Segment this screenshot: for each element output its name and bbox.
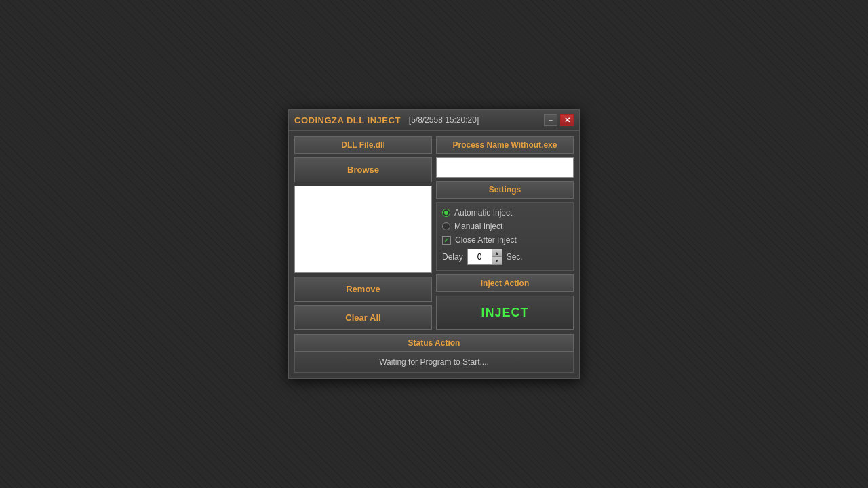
delay-input[interactable]	[468, 249, 492, 264]
remove-button[interactable]: Remove	[294, 277, 432, 302]
process-header: Process Name Without.exe	[436, 136, 574, 154]
title-controls: − ✕	[544, 114, 574, 126]
manual-inject-radio[interactable]	[442, 222, 450, 230]
status-header: Status Action	[294, 334, 574, 352]
delay-unit-label: Sec.	[507, 252, 523, 262]
right-panel: Process Name Without.exe Settings Automa…	[436, 136, 574, 330]
close-button[interactable]: ✕	[560, 114, 574, 126]
title-bar: CODINGZA DLL INJECT [5/8/2558 15:20:20] …	[289, 110, 579, 131]
delay-label: Delay	[442, 252, 463, 262]
close-after-inject-row[interactable]: ✓ Close After Inject	[442, 235, 568, 245]
window-body: DLL File.dll Browse Remove Clear All Pro…	[289, 131, 579, 378]
inject-action-header: Inject Action	[436, 274, 574, 292]
auto-inject-radio[interactable]	[442, 209, 450, 217]
inject-action-section: Inject Action INJECT	[436, 274, 574, 330]
delay-input-wrapper: ▲ ▼	[467, 249, 502, 265]
left-panel: DLL File.dll Browse Remove Clear All	[294, 136, 432, 330]
dll-list-area[interactable]	[294, 186, 432, 273]
settings-box: Automatic Inject Manual Inject ✓ Close A…	[436, 202, 574, 271]
manual-inject-row[interactable]: Manual Inject	[442, 222, 568, 231]
main-content: DLL File.dll Browse Remove Clear All Pro…	[294, 136, 574, 330]
auto-inject-label: Automatic Inject	[454, 208, 512, 218]
checkmark-icon: ✓	[443, 237, 450, 244]
browse-button[interactable]: Browse	[294, 157, 432, 182]
delay-increment-button[interactable]: ▲	[492, 249, 502, 257]
inject-button[interactable]: INJECT	[436, 296, 574, 330]
manual-inject-label: Manual Inject	[454, 222, 502, 231]
clear-all-button[interactable]: Clear All	[294, 305, 432, 330]
settings-header: Settings	[436, 181, 574, 199]
delay-row: Delay ▲ ▼ Sec.	[442, 249, 568, 265]
dll-header: DLL File.dll	[294, 136, 432, 154]
status-section: Status Action Waiting for Program to Sta…	[294, 334, 574, 373]
status-message: Waiting for Program to Start....	[294, 352, 574, 373]
delay-decrement-button[interactable]: ▼	[492, 257, 502, 264]
close-after-inject-checkbox[interactable]: ✓	[442, 236, 451, 245]
main-window: CODINGZA DLL INJECT [5/8/2558 15:20:20] …	[288, 109, 580, 379]
auto-inject-row[interactable]: Automatic Inject	[442, 208, 568, 218]
minimize-button[interactable]: −	[544, 114, 557, 126]
close-after-inject-label: Close After Inject	[455, 235, 517, 245]
app-title: CODINGZA DLL INJECT	[294, 115, 401, 125]
title-bar-text: CODINGZA DLL INJECT [5/8/2558 15:20:20]	[294, 115, 479, 125]
spinner-buttons: ▲ ▼	[492, 249, 502, 264]
process-name-input[interactable]	[436, 157, 574, 178]
app-datetime: [5/8/2558 15:20:20]	[409, 115, 479, 125]
